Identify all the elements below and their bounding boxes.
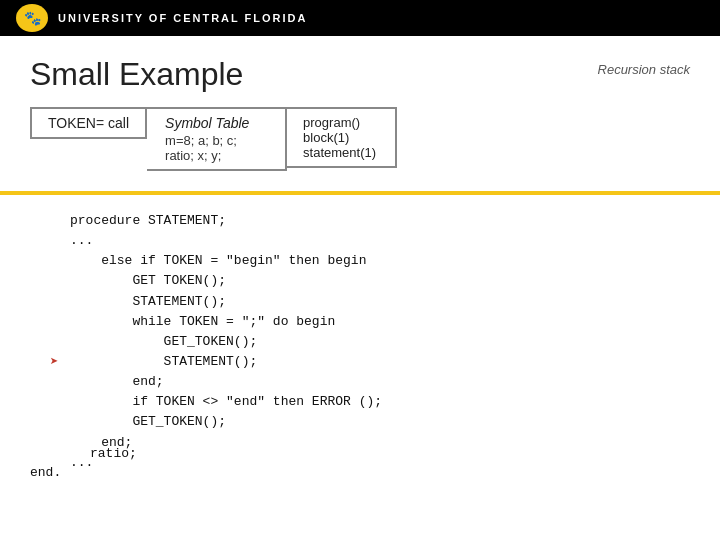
code-line: end; xyxy=(70,433,690,453)
symbol-table-values: m=8; a; b; c; ratio; x; y; xyxy=(165,133,267,163)
ucf-logo: 🐾 xyxy=(16,4,48,32)
code-line: GET_TOKEN(); xyxy=(70,332,690,352)
code-line: GET_TOKEN(); xyxy=(70,412,690,432)
code-line: ➤ STATEMENT(); xyxy=(70,352,690,372)
code-line: ... xyxy=(70,231,690,251)
symbol-table-line2: ratio; x; y; xyxy=(165,148,221,163)
code-line: GET TOKEN(); xyxy=(70,271,690,291)
symbol-table-title: Symbol Table xyxy=(165,115,267,131)
recursion-stack-line3: statement(1) xyxy=(303,145,379,160)
symbol-table-box: Symbol Table m=8; a; b; c; ratio; x; y; xyxy=(147,107,287,171)
code-line: ... xyxy=(70,453,690,473)
ratio-label: ratio; xyxy=(30,446,137,461)
university-name: UNIVERSITY OF CENTRAL FLORIDA xyxy=(58,12,308,24)
code-line: while TOKEN = ";" do begin xyxy=(70,312,690,332)
code-line: procedure STATEMENT; xyxy=(70,211,690,231)
left-side-labels: ratio; end. xyxy=(30,446,137,480)
page-title: Small Example xyxy=(30,56,243,93)
code-line: end; xyxy=(70,372,690,392)
code-line: STATEMENT(); xyxy=(70,292,690,312)
top-bar: 🐾 UNIVERSITY OF CENTRAL FLORIDA xyxy=(0,0,720,36)
main-content: Small Example Recursion stack TOKEN= cal… xyxy=(0,36,720,483)
recursion-stack-content: program() block(1) statement(1) xyxy=(287,107,397,168)
code-line: else if TOKEN = "begin" then begin xyxy=(70,251,690,271)
recursion-stack-line1: program() xyxy=(303,115,379,130)
end-label: end. xyxy=(30,465,137,480)
title-row: Small Example Recursion stack xyxy=(30,56,690,93)
symbol-table-line1: m=8; a; b; c; xyxy=(165,133,237,148)
recursion-stack-line2: block(1) xyxy=(303,130,379,145)
token-box: TOKEN= call xyxy=(30,107,147,139)
arrow-marker: ➤ xyxy=(50,352,58,374)
recursion-stack-label: Recursion stack xyxy=(598,62,690,77)
code-line: if TOKEN <> "end" then ERROR (); xyxy=(70,392,690,412)
code-area: procedure STATEMENT;... else if TOKEN = … xyxy=(30,211,690,473)
info-row: TOKEN= call Symbol Table m=8; a; b; c; r… xyxy=(30,107,690,171)
yellow-divider xyxy=(0,191,720,195)
